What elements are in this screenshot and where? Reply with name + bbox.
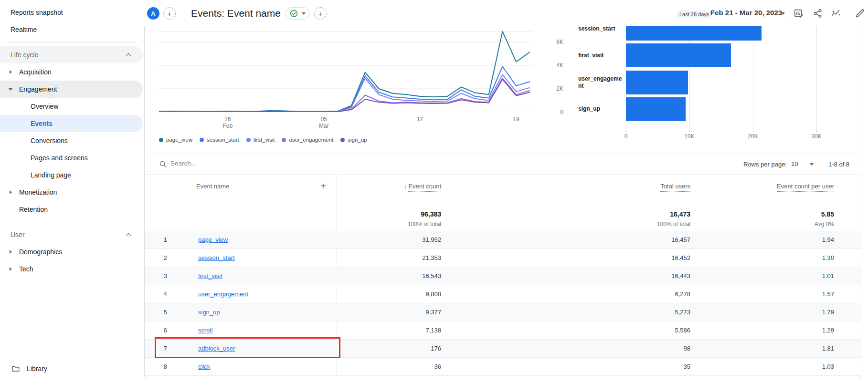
sidebar-item-conversions[interactable]: Conversions (0, 132, 143, 149)
sidebar-item-label: Demographics (19, 248, 62, 256)
col-header-event-count[interactable]: ↓Event count (345, 183, 441, 190)
bar-category-label: user_engagement (578, 71, 625, 94)
sidebar-divider (7, 222, 136, 222)
event-count-bar-chart: 010K20K30Ksession_startfirst_visituser_e… (575, 17, 857, 143)
event-count-cell: 16,543 (345, 272, 441, 279)
totals-event-count: 96,383 (345, 210, 441, 218)
table-row: 2 session_start 21,353 16,452 1.30 $0.00 (145, 249, 861, 267)
rows-per-page-select[interactable]: 10 (789, 159, 815, 170)
revenue-cell: $0.00 (765, 345, 868, 352)
sidebar-item-engagement[interactable]: Engagement (0, 81, 143, 98)
date-range-picker[interactable]: Feb 21 - Mar 20, 2023 (710, 9, 782, 17)
bar-user_engagement[interactable] (626, 71, 688, 94)
col-header-event-name[interactable]: Event name (196, 183, 229, 190)
sidebar-item-monetization[interactable]: Monetization (0, 184, 143, 201)
add-report-button[interactable]: + (314, 7, 327, 20)
table-row-highlighted: 7 adblock_user 176 98 1.81 $0.00 (145, 340, 861, 358)
row-index: 3 (158, 272, 172, 279)
legend-item-user_engagement[interactable]: user_engagement (282, 137, 333, 143)
comparison-avatar[interactable]: A (147, 7, 159, 20)
report-status-button[interactable] (286, 7, 310, 20)
bar-chart-x-tick-label: 10K (680, 133, 699, 140)
header-divider (184, 6, 184, 21)
sidebar-item-label: Pages and screens (31, 154, 88, 162)
legend-label: page_view (166, 137, 192, 143)
x-axis-tick-label: 26Feb (213, 116, 242, 129)
legend-label: user_engagement (289, 137, 333, 143)
edit-icon[interactable] (855, 8, 865, 19)
sidebar-item-pages-and-screens[interactable]: Pages and screens (0, 149, 143, 166)
sidebar-section-user[interactable]: User (0, 226, 143, 243)
sidebar-item-overview[interactable]: Overview (0, 98, 143, 115)
table-toolbar: Rows per page: 10 1-8 of 8 (145, 154, 861, 175)
sidebar-item-realtime[interactable]: Realtime (0, 21, 143, 38)
col-header-total-revenue[interactable]: Total revenue (765, 183, 868, 190)
event-count-cell: 31,952 (345, 236, 441, 243)
chevron-right-icon (10, 190, 12, 194)
chevron-right-icon (10, 250, 12, 254)
sidebar-item-tech[interactable]: Tech (0, 260, 143, 278)
legend-dot-icon (159, 138, 163, 142)
event-count-cell: 9,808 (345, 290, 441, 298)
chevron-down-icon (781, 12, 785, 15)
event-count-cell: 9,377 (345, 309, 441, 316)
event-name-link[interactable]: user_engagement (198, 290, 248, 298)
plus-icon: + (318, 10, 323, 18)
table-row: 6 scroll 7,138 5,586 1.29 $0.00 (145, 321, 861, 340)
sidebar-item-reports-snapshot[interactable]: Reports snapshot (0, 4, 143, 21)
bar-chart-x-tick-label: 0 (616, 133, 635, 140)
event-name-link[interactable]: sign_up (198, 309, 220, 316)
add-column-button[interactable]: + (320, 181, 326, 192)
legend-item-page_view[interactable]: page_view (159, 137, 192, 143)
legend-dot-icon (200, 138, 204, 142)
sidebar-item-events[interactable]: Events (0, 115, 143, 132)
revenue-cell: $0.00 (765, 363, 868, 370)
sidebar-item-acquisition[interactable]: Acquisition (0, 63, 143, 81)
bar-chart-x-tick-label: 20K (743, 133, 762, 140)
event-name-link[interactable]: page_view (198, 236, 228, 243)
y-axis-tick-label: 0 (549, 109, 563, 115)
search-input[interactable] (170, 160, 314, 167)
sidebar-divider (7, 42, 136, 42)
legend-label: sign_up (348, 137, 367, 143)
plus-icon: + (168, 10, 172, 18)
event-name-link[interactable]: scroll (198, 327, 212, 334)
legend-label: first_visit (254, 137, 275, 143)
legend-dot-icon (340, 138, 345, 142)
chevron-up-icon[interactable] (126, 233, 131, 238)
table-row: 1 page_view 31,952 16,457 1.94 $0.00 (145, 231, 861, 249)
chevron-down-icon (9, 88, 12, 91)
sidebar-item-landing-page[interactable]: Landing page (0, 166, 143, 184)
chevron-right-icon (10, 267, 12, 271)
legend-dot-icon (282, 138, 286, 142)
chevron-down-icon (302, 12, 306, 15)
check-circle-icon (290, 10, 298, 18)
sidebar-item-retention[interactable]: Retention (0, 201, 143, 218)
totals-revenue: $0.00 (765, 210, 868, 218)
chevron-up-icon[interactable] (126, 53, 131, 58)
customize-report-icon[interactable] (794, 8, 804, 19)
row-index: 6 (158, 327, 172, 334)
y-axis-tick-label: 4K (549, 62, 563, 69)
sidebar-section-life-cycle[interactable]: Life cycle (0, 46, 143, 63)
share-icon[interactable] (813, 8, 823, 19)
bar-sign_up[interactable] (626, 97, 686, 121)
legend-item-first_visit[interactable]: first_visit (246, 137, 275, 143)
legend-item-sign_up[interactable]: sign_up (340, 137, 367, 143)
bar-chart-tick (626, 130, 626, 132)
bar-first_visit[interactable] (626, 43, 731, 67)
report-nav-sidebar: Reports snapshot Realtime Life cycle Acq… (0, 0, 143, 383)
event-name-link[interactable]: first_visit (198, 272, 222, 279)
add-comparison-button[interactable]: + (163, 7, 176, 20)
legend-item-session_start[interactable]: session_start (200, 137, 239, 143)
event-name-link[interactable]: adblock_user (198, 345, 235, 352)
event-name-link[interactable]: click (198, 363, 210, 370)
insights-icon[interactable] (831, 8, 841, 19)
sidebar-item-library[interactable]: Library (0, 360, 143, 377)
bar-chart-tick (816, 130, 817, 132)
sidebar-item-demographics[interactable]: Demographics (0, 243, 143, 260)
events-over-time-line-chart (157, 26, 532, 112)
event-name-link[interactable]: session_start (198, 254, 235, 261)
table-row: 8 click 36 35 1.03 $0.00 (145, 358, 861, 376)
sidebar-item-label: Overview (31, 103, 58, 110)
